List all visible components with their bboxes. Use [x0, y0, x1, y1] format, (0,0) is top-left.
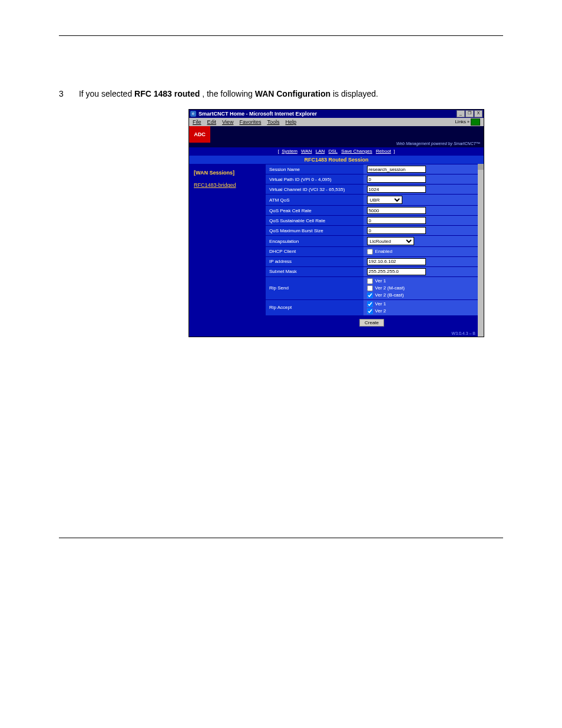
label-peak-rate: QoS Peak Cell Rate	[266, 205, 363, 215]
label-max-burst: QoS Maximum Burst Size	[266, 225, 363, 235]
top-rule	[59, 35, 503, 36]
window-title: SmartCNCT Home - Microsoft Internet Expl…	[199, 111, 454, 117]
form-panel: Session Name Virtual Path ID (VPI 0 - 4,…	[266, 164, 478, 337]
top-nav: [ System WAN LAN DSL Save Changes Reboot…	[189, 147, 484, 156]
checkbox-ripsend-v2b[interactable]	[367, 292, 373, 298]
go-button[interactable]	[471, 118, 480, 126]
minimize-button[interactable]: _	[457, 110, 465, 117]
label-dhcp-client: DHCP Client	[266, 246, 363, 256]
input-vci[interactable]	[367, 186, 426, 193]
checkbox-dhcp-enabled[interactable]	[367, 249, 373, 255]
label-rip-send: Rip Send	[266, 276, 363, 299]
label-encapsulation: Encapsulation	[266, 235, 363, 246]
tab-reboot[interactable]: Reboot	[376, 149, 391, 154]
input-subnet-mask[interactable]	[367, 268, 426, 275]
ie-icon: e	[190, 111, 196, 117]
caption-bold2: WAN Configuration	[255, 89, 330, 98]
label-rip-accept: Rip Accept	[266, 299, 363, 315]
caption-post: is displayed.	[333, 89, 378, 98]
select-encapsulation[interactable]: LlcRouted	[367, 237, 414, 245]
caption-bold1: RFC 1483 routed	[134, 89, 200, 98]
adc-logo: ADC	[189, 126, 210, 143]
caption-pre: If you selected	[79, 89, 134, 98]
sidebar-session-link[interactable]: RFC1483-bridged	[194, 182, 261, 189]
step-number: 3	[59, 89, 77, 98]
section-title: RFC1483 Routed Session	[189, 156, 484, 164]
label-vpi: Virtual Path ID (VPI 0 - 4,095)	[266, 174, 363, 184]
label-subnet-mask: Subnet Mask	[266, 266, 363, 276]
checkbox-ripaccept-v2[interactable]	[367, 308, 373, 314]
select-atm-qos[interactable]: UBR	[367, 196, 402, 204]
label-vci: Virtual Channel ID (VCI 32 - 65,535)	[266, 184, 363, 194]
content-area: [WAN Sessions] RFC1483-bridged Session N…	[189, 164, 484, 337]
checkbox-ripaccept-v1[interactable]	[367, 301, 373, 307]
title-bar: e SmartCNCT Home - Microsoft Internet Ex…	[189, 110, 484, 118]
input-peak-rate[interactable]	[367, 207, 426, 214]
input-max-burst[interactable]	[367, 227, 426, 234]
input-sustain-rate[interactable]	[367, 217, 426, 224]
links-button[interactable]: Links	[455, 119, 466, 125]
label-ip-address: IP address	[266, 256, 363, 266]
sidebar-sessions-head[interactable]: [WAN Sessions]	[194, 170, 261, 176]
menu-bar: File Edit View Favorites Tools Help Link…	[189, 118, 484, 126]
tab-save-changes[interactable]: Save Changes	[341, 149, 372, 154]
window-controls: _ ❐ X	[457, 110, 482, 117]
tab-dsl[interactable]: DSL	[329, 149, 338, 154]
scrollbar-up-icon[interactable]	[478, 164, 484, 170]
input-session-name[interactable]	[367, 166, 426, 173]
label-atm-qos: ATM QoS	[266, 194, 363, 205]
label-session-name: Session Name	[266, 164, 363, 174]
close-button[interactable]: X	[474, 110, 482, 117]
build-tag: W3.0.4.3 – B	[266, 331, 478, 337]
create-button[interactable]: Create	[359, 319, 384, 327]
menu-view[interactable]: View	[222, 119, 233, 126]
caption-mid: , the following	[202, 89, 255, 98]
figure-caption: 3 If you selected RFC 1483 routed , the …	[59, 89, 503, 98]
checkbox-ripsend-v2m[interactable]	[367, 285, 373, 291]
menu-edit[interactable]: Edit	[207, 119, 217, 126]
create-row: Create	[266, 315, 478, 331]
bottom-rule	[59, 538, 503, 538]
tab-system[interactable]: System	[282, 149, 297, 154]
menu-favorites[interactable]: Favorites	[239, 119, 261, 126]
label-sustain-rate: QoS Sustainable Cell Rate	[266, 215, 363, 225]
tab-lan[interactable]: LAN	[316, 149, 325, 154]
input-vpi[interactable]	[367, 176, 426, 183]
label-dhcp-enabled: Enabled	[375, 249, 392, 255]
input-ip-address[interactable]	[367, 258, 426, 265]
checkbox-ripsend-v1[interactable]	[367, 278, 373, 284]
tab-wan[interactable]: WAN	[301, 149, 312, 154]
browser-window: e SmartCNCT Home - Microsoft Internet Ex…	[189, 109, 484, 337]
menu-tools[interactable]: Tools	[267, 119, 279, 126]
menu-file[interactable]: File	[193, 119, 201, 126]
maximize-button[interactable]: ❐	[465, 110, 474, 117]
powered-by-label: Web Management powered by SmartCNCT™	[396, 141, 480, 146]
brand-bar: ADC Web Management powered by SmartCNCT™	[189, 126, 484, 147]
menu-help[interactable]: Help	[285, 119, 296, 126]
scrollbar[interactable]	[478, 164, 484, 337]
sidebar: [WAN Sessions] RFC1483-bridged	[189, 164, 266, 337]
